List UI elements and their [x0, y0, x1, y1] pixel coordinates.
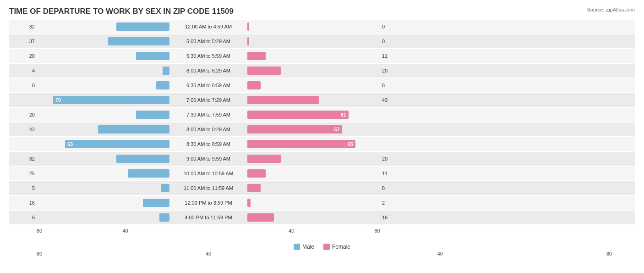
male-bar-area	[37, 52, 169, 60]
female-bar-area	[247, 37, 380, 45]
male-bar-area	[37, 199, 169, 207]
chart-area: 3212:00 AM to 4:59 AM0375:00 AM to 5:29 …	[9, 20, 635, 240]
male-bar-area	[37, 37, 169, 45]
female-bar-area	[247, 184, 380, 192]
chart-container: TIME OF DEPARTURE TO WORK BY SEX IN ZIP …	[0, 0, 644, 273]
table-row: 86:30 AM to 6:59 AM8	[9, 78, 635, 92]
female-bar	[247, 213, 274, 222]
male-bar-area	[37, 125, 169, 134]
female-bar-area: 65	[247, 140, 380, 148]
table-row: 207:30 AM to 7:59 AM61	[9, 108, 635, 122]
male-bar-area	[37, 81, 169, 89]
male-bar: 70	[53, 96, 169, 104]
male-value: 37	[9, 39, 37, 44]
female-bar-area	[247, 199, 380, 207]
male-bar	[156, 81, 169, 89]
male-bar-area	[37, 22, 169, 31]
female-value: 0	[380, 39, 403, 44]
female-value: 16	[380, 215, 403, 220]
table-row: 3212:00 AM to 4:59 AM0	[9, 20, 635, 33]
time-label: 12:00 PM to 3:59 PM	[169, 200, 247, 206]
legend-female-label: Female	[332, 244, 350, 250]
axis-80-left: 80	[37, 251, 42, 256]
male-bar: 63	[65, 140, 169, 148]
table-row: 46:00 AM to 6:29 AM20	[9, 64, 635, 78]
source-label: Source: ZipAtlas.com	[587, 7, 635, 12]
male-bar	[116, 22, 169, 31]
table-row: 638:30 AM to 8:59 AM65	[9, 137, 635, 151]
male-bar	[98, 125, 169, 134]
table-row: 2510:00 AM to 10:59 AM11	[9, 167, 635, 180]
male-value: 5	[9, 185, 37, 191]
time-label: 8:00 AM to 8:29 AM	[169, 127, 247, 132]
male-bar-area	[37, 67, 169, 75]
female-value: 20	[380, 156, 403, 162]
female-value: 2	[380, 200, 403, 206]
female-bar-area	[247, 52, 380, 60]
male-bar	[136, 52, 169, 60]
male-value: 8	[9, 83, 37, 88]
female-bar	[247, 37, 249, 45]
female-bar	[247, 96, 319, 104]
male-bar-area	[37, 184, 169, 192]
female-bar-area	[247, 81, 380, 89]
female-bar-area	[247, 96, 380, 104]
male-bar	[159, 213, 169, 222]
table-row: 329:00 AM to 9:59 AM20	[9, 152, 635, 166]
table-row: 64:00 PM to 11:59 PM16	[9, 211, 635, 224]
male-bar	[163, 67, 169, 75]
male-bar-area: 70	[37, 96, 169, 104]
male-value: 32	[9, 156, 37, 162]
female-value: 43	[380, 97, 403, 103]
time-label: 11:00 AM to 11:59 AM	[169, 185, 247, 191]
female-value: 8	[380, 185, 403, 191]
female-bar	[247, 184, 261, 192]
female-bar-area: 57	[247, 125, 380, 134]
axis-labels: 80404080	[37, 227, 380, 234]
table-row: 1612:00 PM to 3:59 PM2	[9, 196, 635, 210]
male-value: 20	[9, 53, 37, 59]
male-value: 16	[9, 200, 37, 206]
male-bar-area	[37, 213, 169, 222]
male-value: 4	[9, 68, 37, 73]
male-bar-area	[37, 111, 169, 119]
male-bar	[128, 169, 169, 178]
table-row: 205:30 AM to 5:59 AM11	[9, 49, 635, 63]
male-bar	[143, 199, 169, 207]
female-bar-area: 61	[247, 111, 380, 119]
female-bar: 65	[247, 140, 355, 148]
female-bar-area	[247, 169, 380, 178]
time-label: 7:30 AM to 7:59 AM	[169, 112, 247, 117]
female-bar	[247, 199, 251, 207]
time-label: 12:00 AM to 4:59 AM	[169, 24, 247, 29]
male-value: 32	[9, 24, 37, 29]
table-row: 438:00 AM to 8:29 AM57	[9, 123, 635, 136]
male-value: 6	[9, 215, 37, 220]
time-label: 4:00 PM to 11:59 PM	[169, 215, 247, 220]
female-value: 20	[380, 68, 403, 73]
time-label: 9:00 AM to 9:59 AM	[169, 156, 247, 162]
male-bar	[161, 184, 169, 192]
male-value: 25	[9, 171, 37, 176]
chart-title: TIME OF DEPARTURE TO WORK BY SEX IN ZIP …	[9, 7, 635, 16]
axis-40-left: 40	[206, 251, 211, 256]
male-bar-area	[37, 155, 169, 163]
time-label: 8:30 AM to 8:59 AM	[169, 141, 247, 147]
table-row: 375:00 AM to 5:29 AM0	[9, 34, 635, 48]
time-label: 5:30 AM to 5:59 AM	[169, 53, 247, 59]
female-bar-area	[247, 67, 380, 75]
female-bar: 57	[247, 125, 342, 134]
legend-male-label: Male	[302, 244, 314, 250]
female-bar	[247, 67, 281, 75]
time-label: 6:00 AM to 6:29 AM	[169, 68, 247, 73]
female-value: 0	[380, 24, 403, 29]
male-value: 20	[9, 112, 37, 117]
table-row: 707:00 AM to 7:29 AM43	[9, 93, 635, 107]
female-value: 11	[380, 53, 403, 59]
time-label: 7:00 AM to 7:29 AM	[169, 97, 247, 103]
bottom-axis: 80 40 40 80	[9, 250, 635, 256]
female-bar	[247, 81, 261, 89]
axis-row: 80404080	[9, 225, 635, 234]
axis-80-right: 80	[606, 251, 612, 256]
female-bar	[247, 155, 281, 163]
